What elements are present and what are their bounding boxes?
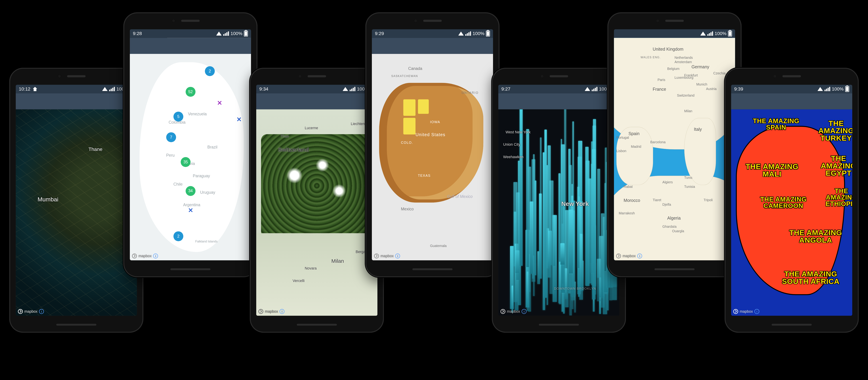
label-marrakesh: Marrakesh (619, 211, 635, 215)
map-europe[interactable]: United Kingdom France Germany Spain Ital… (614, 38, 735, 260)
label-lux: Luxembourg (675, 76, 693, 80)
battery-icon (728, 31, 732, 37)
mapbox-attribution[interactable]: mapbox i (616, 253, 642, 258)
screen[interactable]: 9:34 100% Switzerland Milan Thun Lucerne… (256, 84, 377, 316)
signal-icon (592, 87, 597, 91)
building-bar (604, 183, 606, 271)
x-marker-blue-2[interactable]: ✕ (188, 207, 193, 214)
map-comic[interactable]: THE AMAZINGSPAINTHE AMAZINGTURKEYTHE AMA… (731, 109, 852, 316)
info-icon[interactable]: i (39, 309, 44, 314)
info-icon[interactable]: i (754, 309, 759, 314)
map-light[interactable]: Colombia Venezuela Peru Bolivia Brazil C… (130, 54, 251, 260)
app-bar (16, 93, 137, 109)
label-ouargla: Ouargla (672, 229, 684, 233)
building-bar (533, 154, 535, 296)
label-switzerland: Switzerland (278, 146, 309, 153)
comic-title: THE AMAZINGSPAIN (753, 117, 799, 131)
mapbox-logo-icon (616, 253, 621, 258)
info-icon[interactable]: i (279, 309, 284, 314)
screen[interactable]: 9:29 100% Canada United States Mexico Gu… (372, 29, 493, 260)
cluster-marker[interactable]: 34 (186, 186, 195, 196)
label-newyork: New York (561, 200, 589, 207)
mapbox-attribution[interactable]: mapbox i (500, 309, 527, 314)
building-bar (569, 210, 573, 274)
map-3d[interactable]: New York West New York Union City Weehaw… (498, 109, 619, 316)
cluster-marker[interactable]: 35 (181, 157, 191, 167)
map-terrain[interactable]: Switzerland Milan Thun Lucerne Novara Ve… (256, 109, 377, 316)
cluster-marker[interactable]: 2 (174, 231, 183, 241)
mapbox-brand: mapbox (24, 309, 37, 314)
mapbox-brand: mapbox (507, 309, 520, 314)
mapbox-logo-icon (132, 253, 137, 258)
x-marker-purple[interactable]: ✕ (217, 99, 222, 106)
label-peru: Peru (166, 153, 175, 158)
mapbox-attribution[interactable]: mapbox i (374, 253, 400, 258)
label-amsterdam: Amsterdam (675, 60, 692, 64)
label-madrid: Madrid (631, 145, 641, 149)
building-bar (539, 194, 542, 279)
map-choropleth[interactable]: Canada United States Mexico Gulf of Mexi… (372, 54, 493, 260)
clock: 9:28 (133, 31, 142, 36)
label-guatemala: Guatemala (430, 244, 447, 248)
clock: 9:29 (375, 31, 384, 36)
label-paris: Paris (658, 78, 665, 82)
building-bar (597, 259, 601, 302)
mapbox-attribution[interactable]: mapbox i (18, 309, 44, 314)
comic-title: THE AMAZINGANGOLA (789, 229, 842, 244)
mapbox-attribution[interactable]: mapbox i (733, 309, 759, 314)
label-portugal: Portugal (616, 136, 629, 140)
wifi-icon (343, 87, 348, 91)
label-barcelona: Barcelona (650, 140, 665, 144)
info-icon[interactable]: i (637, 253, 642, 258)
label-iowa: IOWA (430, 120, 440, 124)
info-icon[interactable]: i (395, 253, 400, 258)
building-bar (577, 186, 580, 268)
status-bar: 100% (614, 29, 735, 38)
battery-pct: 100% (715, 31, 726, 36)
label-venezuela: Venezuela (188, 112, 207, 116)
label-austria: Austria (706, 87, 717, 91)
mapbox-attribution[interactable]: mapbox i (132, 253, 158, 258)
info-icon[interactable]: i (522, 309, 527, 314)
label-novara: Novara (305, 266, 317, 271)
label-ontario: ONTARIO (462, 91, 478, 95)
screen[interactable]: 9:39 100% THE AMAZINGSPAINTHE AMAZINGTUR… (731, 84, 852, 316)
label-germany: Germany (691, 65, 709, 69)
label-vercelli: Vercelli (292, 279, 305, 283)
clock: 10:12 (19, 87, 30, 92)
screen[interactable]: 9:28 100% Colombia Venezuela Peru Bolivi… (130, 29, 251, 260)
label-us: United States (415, 132, 445, 137)
us-shape (379, 83, 483, 202)
label-thun: Thun (281, 134, 289, 138)
screen[interactable]: 9:27 100% New York West New York Union C… (498, 84, 619, 316)
comic-title: THE AMAZINGTURKEY (818, 120, 852, 142)
screen[interactable]: 100% United Kingdom France Germany Spain… (614, 29, 735, 260)
mapbox-brand: mapbox (740, 309, 753, 314)
label-paraguay: Paraguay (193, 174, 210, 178)
building-bar (530, 202, 533, 274)
label-algiers: Algiers (662, 180, 673, 184)
mapbox-logo-icon (500, 309, 505, 314)
building-bar (547, 165, 548, 305)
label-texas: TEXAS (418, 174, 431, 178)
map-satellite[interactable]: Mumbai Thane mapbox i (16, 109, 137, 316)
mapbox-brand: mapbox (265, 309, 278, 314)
label-mexico: Mexico (401, 207, 414, 211)
label-wny: West New York (505, 130, 530, 134)
mapbox-attribution[interactable]: mapbox i (258, 309, 284, 314)
status-bar: 9:28 100% (130, 29, 251, 38)
battery-icon (845, 86, 849, 92)
label-tunisia: Tunisia (684, 185, 695, 189)
cluster-marker[interactable]: 5 (174, 112, 183, 122)
label-brazil: Brazil (208, 145, 218, 149)
cluster-marker[interactable]: 7 (166, 132, 176, 142)
label-thane: Thane (88, 146, 102, 152)
label-spain: Spain (628, 131, 640, 136)
wifi-icon (102, 87, 107, 91)
info-icon[interactable]: i (153, 253, 158, 258)
x-marker-blue-1[interactable]: ✕ (237, 116, 242, 123)
screen[interactable]: 10:12 100% Mumbai Thane mapbox i (16, 84, 137, 316)
cluster-marker[interactable]: 52 (186, 87, 195, 97)
label-canada: Canada (408, 66, 422, 71)
signal-icon (825, 87, 830, 91)
